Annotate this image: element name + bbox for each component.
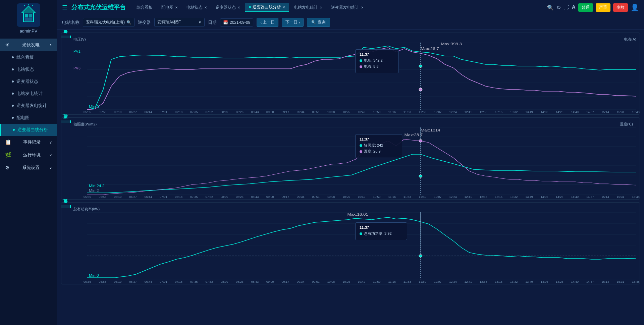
dot-inverter-status (12, 80, 14, 83)
solar-icon: ☀ (5, 42, 9, 48)
menu-icon[interactable]: ☰ (62, 4, 67, 11)
tab-inverter-curve[interactable]: 逆变器曲线分析 ✕ (245, 3, 289, 12)
env-x-1258: 12:58 (480, 195, 487, 199)
env-chart-panel: 环境 辐照度(W/m2) 温度(℃) (61, 117, 640, 200)
sidebar-item-inverter-curve[interactable]: 逆变器曲线分析 (0, 124, 57, 136)
x-label-1315: 13:15 (495, 110, 502, 114)
ac-x-0718: 07:18 (175, 280, 183, 283)
inverter-arrow: ▼ (198, 20, 202, 24)
env-x-1224: 12:24 (449, 195, 457, 199)
username: adminPV (20, 29, 38, 34)
fullscreen-icon-top[interactable]: ⛶ (564, 4, 569, 10)
tab-inverter-power[interactable]: 逆变器发电统计 ✕ (327, 3, 368, 12)
tab-overview[interactable]: 综合看板 (132, 3, 157, 12)
sidebar-item-label-station-power: 电站发电统计 (16, 91, 43, 97)
status-btn-fault[interactable]: 事故 (613, 3, 628, 12)
env-x-1241: 12:41 (465, 195, 472, 199)
tab-close-inverter-status[interactable]: ✕ (237, 6, 240, 9)
tab-close-station-power[interactable]: ✕ (320, 6, 322, 9)
status-btn-severe[interactable]: 严重 (596, 3, 610, 12)
next-day-btn[interactable]: 下一日 › (282, 18, 304, 27)
dot-station-status (12, 68, 14, 70)
query-search-icon: 🔍 (311, 20, 316, 24)
sidebar-group-header-solar[interactable]: ☀ 光伏发电 ∧ (0, 39, 57, 51)
tab-label-inverter-power: 逆变器发电统计 (331, 5, 359, 10)
sidebar-item-inverter-power[interactable]: 逆变器发电统计 (0, 100, 57, 112)
ac-x-0826: 08:26 (236, 280, 244, 283)
query-btn[interactable]: 🔍 查询 (307, 18, 330, 27)
env-x-1116: 11:16 (388, 195, 396, 199)
ac-x-0752: 07:52 (205, 280, 213, 283)
sidebar-group-header-settings[interactable]: ⚙ 系统设置 ∨ (0, 161, 57, 174)
font-icon-top[interactable]: A (572, 4, 576, 10)
env-x-0809: 08:09 (221, 195, 228, 199)
sidebar-item-inverter-status[interactable]: 逆变器状态 (0, 75, 57, 88)
dc-tooltip-label-voltage: 电压: 342.2 (364, 58, 383, 63)
dc-tooltip-current: 电流: 5.8 (360, 64, 394, 69)
tab-station-status[interactable]: 电站状态 ✕ (182, 3, 211, 12)
tab-close-wiring[interactable]: ✕ (175, 6, 178, 9)
prev-day-btn[interactable]: ‹ 上一日 (257, 18, 278, 27)
env-tooltip-dot-temp (360, 150, 362, 153)
env-x-1059: 10:59 (373, 195, 381, 199)
ac-tooltip-power: 总有功功率: 3.92 (360, 231, 403, 236)
sidebar-group-env: 🌿 运行环境 ∨ (0, 149, 57, 161)
ac-x-1008: 10:08 (327, 280, 335, 283)
ac-x-0917: 09:17 (281, 280, 289, 283)
svg-point-59 (419, 175, 422, 177)
inverter-value: 安科瑞A楼5F (157, 19, 181, 25)
env-x-0752: 07:52 (205, 195, 213, 199)
env-tooltip-label-irr: 辐照度: 242 (364, 143, 383, 148)
status-btn-normal[interactable]: 普通 (578, 3, 593, 12)
inverter-select[interactable]: 安科瑞A楼5F ▼ (154, 18, 205, 27)
env-x-0735: 07:35 (190, 195, 198, 199)
sidebar-item-overview[interactable]: 综合看板 (0, 51, 57, 63)
ac-x-1116: 11:16 (388, 280, 396, 283)
tab-wiring[interactable]: 配电图 ✕ (157, 3, 182, 12)
x-label-1008: 10:08 (327, 110, 335, 114)
x-label-1207: 12:07 (434, 110, 442, 114)
events-icon: 📋 (5, 139, 11, 145)
svg-text:Min:0: Min:0 (89, 274, 99, 277)
sidebar-item-label-inverter-status: 逆变器状态 (16, 78, 38, 85)
tab-close-inverter-curve[interactable]: ✕ (282, 5, 285, 9)
sidebar-group-label-solar: 光伏发电 (22, 42, 40, 48)
x-label-0610: 06:10 (114, 110, 122, 114)
env-tooltip: 11:37 辐照度: 242 温度: 26.9 (355, 134, 402, 158)
user-icon[interactable]: 👤 (631, 3, 639, 11)
date-picker[interactable]: 📅 2021-09-08 (220, 18, 253, 26)
search-icon-top[interactable]: 🔍 (547, 4, 554, 11)
station-input[interactable]: 安科瑞光伏电站(上海) 🔍 (83, 18, 135, 27)
ac-tooltip-label-power: 总有功功率: 3.92 (364, 231, 392, 236)
sidebar-item-station-power[interactable]: 电站发电统计 (0, 88, 57, 100)
env-tooltip-label-temp: 温度: 26.9 (364, 149, 381, 154)
sidebar-item-label-inverter-power: 逆变器发电统计 (16, 103, 47, 109)
svg-rect-4 (29, 14, 32, 17)
x-label-1133: 11:33 (404, 110, 411, 114)
tab-station-power[interactable]: 电站发电统计 ✕ (290, 3, 326, 12)
next-day-label: 下一日 (285, 19, 298, 25)
x-label-1457: 14:57 (586, 110, 594, 114)
svg-text:Max:16.01: Max:16.01 (347, 212, 368, 217)
x-label-1258: 12:58 (480, 110, 487, 114)
x-label-0735: 07:35 (190, 110, 198, 114)
sidebar-item-label-inverter-curve: 逆变器曲线分析 (17, 127, 48, 133)
tab-close-inverter-power[interactable]: ✕ (361, 6, 364, 9)
station-search-icon[interactable]: 🔍 (126, 20, 131, 25)
x-label-0553: 05:53 (99, 110, 106, 114)
sidebar-group-header-events[interactable]: 📋 事件记录 ∨ (0, 136, 57, 149)
refresh-icon-top[interactable]: ↻ (556, 4, 561, 11)
ac-x-0627: 06:27 (129, 280, 137, 283)
logo (17, 3, 40, 27)
env-x-1548: 15:48 (632, 195, 640, 199)
sidebar-item-station-status[interactable]: 电站状态 (0, 63, 57, 75)
sidebar-item-wiring[interactable]: 配电图 (0, 112, 57, 124)
x-label-0951: 09:51 (312, 110, 320, 114)
tab-close-station-status[interactable]: ✕ (204, 6, 207, 9)
svg-text:Min:2: Min:2 (89, 189, 99, 193)
ac-x-1207: 12:07 (434, 280, 442, 283)
sidebar-group-header-env[interactable]: 🌿 运行环境 ∨ (0, 149, 57, 161)
ac-x-1315: 13:15 (495, 280, 502, 283)
dot-inverter-curve (13, 129, 15, 131)
tab-inverter-status[interactable]: 逆变器状态 ✕ (212, 3, 244, 12)
